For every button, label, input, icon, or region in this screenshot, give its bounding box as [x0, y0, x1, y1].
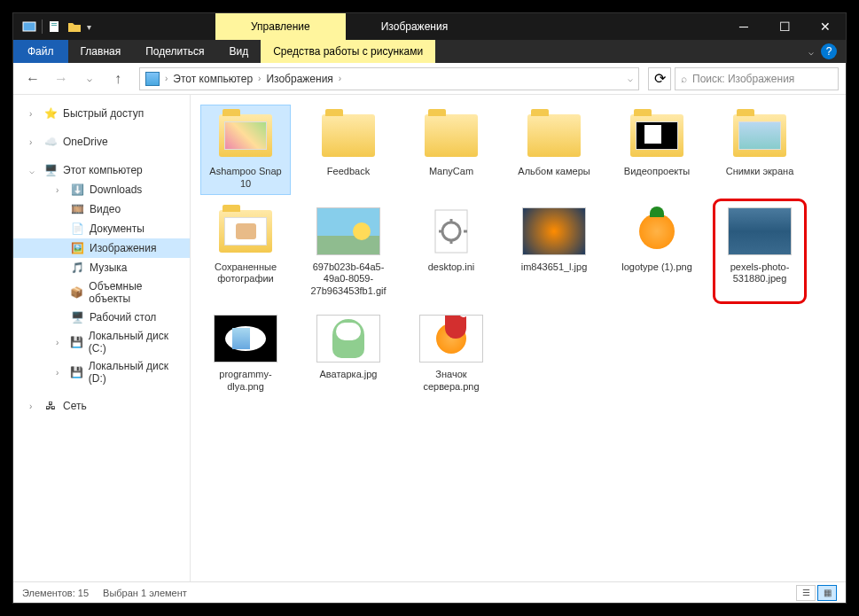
- status-count: Элементов: 15: [22, 588, 89, 598]
- history-dropdown[interactable]: ⌵: [77, 66, 102, 91]
- title-tab-pictures: Изображения: [346, 13, 483, 40]
- body: ›⭐Быстрый доступ ›☁️OneDrive ⌵🖥️Этот ком…: [13, 95, 846, 581]
- ribbon: Файл Главная Поделиться Вид Средства раб…: [13, 40, 846, 63]
- folder-icon[interactable]: [67, 19, 82, 34]
- item-label: Аватарка.jpg: [320, 369, 378, 381]
- tree-downloads[interactable]: ›⬇️Downloads: [13, 180, 190, 199]
- folder-video-projects[interactable]: Видеопроекты: [613, 105, 701, 194]
- tree-desktop[interactable]: 🖥️Рабочий стол: [13, 308, 190, 327]
- chevron-right-icon[interactable]: ›: [56, 185, 65, 195]
- search-input[interactable]: ⌕ Поиск: Изображения: [675, 67, 839, 90]
- titlebar: ▾ Управление Изображения ─ ☐ ✕: [13, 13, 846, 40]
- file-im-jpg[interactable]: im843651_l.jpg: [510, 201, 598, 301]
- folder-saved-photos[interactable]: Сохраненные фотографии: [201, 201, 290, 301]
- file-avatarka[interactable]: Аватарка.jpg: [304, 308, 393, 397]
- up-button[interactable]: ↑: [105, 66, 130, 91]
- image-thumb: [316, 312, 380, 365]
- ribbon-tab-picture-tools[interactable]: Средства работы с рисунками: [261, 40, 435, 63]
- chevron-right-icon[interactable]: ›: [258, 74, 261, 83]
- file-hash-gif[interactable]: 697b023b-64a5-49a0-8059-27b963453fb1.gif: [304, 201, 393, 301]
- statusbar: Элементов: 15 Выбран 1 элемент ☰ ▦: [13, 581, 846, 603]
- folder-camera-album[interactable]: Альбом камеры: [510, 105, 598, 194]
- tree-label: Downloads: [90, 183, 142, 196]
- tree-label: Этот компьютер: [63, 164, 143, 176]
- chevron-right-icon[interactable]: ›: [56, 338, 65, 347]
- tree-label: Локальный диск (D:): [89, 360, 184, 385]
- close-button[interactable]: ✕: [805, 13, 846, 40]
- refresh-button[interactable]: ⟳: [648, 67, 671, 90]
- chevron-right-icon[interactable]: ›: [56, 368, 65, 378]
- chevron-right-icon[interactable]: ›: [165, 74, 168, 83]
- maximize-button[interactable]: ☐: [764, 13, 805, 40]
- chevron-right-icon[interactable]: ›: [29, 402, 38, 411]
- tree-network[interactable]: ›🖧Сеть: [13, 396, 190, 416]
- file-pexels[interactable]: pexels-photo-531880.jpeg: [715, 201, 804, 301]
- qat-dropdown-icon[interactable]: ▾: [87, 22, 91, 32]
- tree-this-pc[interactable]: ⌵🖥️Этот компьютер: [13, 160, 190, 180]
- view-details-button[interactable]: ☰: [796, 585, 816, 601]
- file-server-icon[interactable]: Значок сервера.png: [407, 308, 496, 397]
- folder-ashampoo[interactable]: Ashampoo Snap 10: [201, 105, 290, 194]
- search-icon: ⌕: [681, 73, 687, 85]
- file-logotype[interactable]: logotype (1).png: [613, 201, 701, 301]
- breadcrumb[interactable]: › Этот компьютер › Изображения › ⌵: [139, 67, 639, 90]
- desktop-icon: 🖥️: [70, 310, 84, 324]
- image-thumb: [522, 205, 586, 258]
- folder-feedback[interactable]: Feedback: [304, 105, 393, 194]
- tree-disk-c[interactable]: ›💾Локальный диск (C:): [13, 327, 190, 357]
- explorer-window: ▾ Управление Изображения ─ ☐ ✕ Файл Глав…: [13, 13, 846, 603]
- navbar: ← → ⌵ ↑ › Этот компьютер › Изображения ›…: [13, 63, 846, 95]
- image-thumb: [419, 312, 483, 365]
- folder-screenshots[interactable]: Снимки экрана: [715, 105, 804, 194]
- tree-label: Локальный диск (C:): [89, 330, 184, 355]
- item-label: im843651_l.jpg: [521, 261, 588, 274]
- title-tab-manage[interactable]: Управление: [215, 13, 346, 40]
- item-label: Видеопроекты: [624, 166, 690, 178]
- tree-label: Быстрый доступ: [63, 107, 144, 120]
- star-icon: ⭐: [43, 106, 58, 121]
- ribbon-expand-icon[interactable]: ⌵: [808, 47, 814, 57]
- tree-documents[interactable]: 📄Документы: [13, 219, 190, 238]
- help-icon[interactable]: ?: [821, 43, 837, 59]
- music-icon: 🎵: [70, 261, 84, 275]
- tree-disk-d[interactable]: ›💾Локальный диск (D:): [13, 357, 190, 387]
- chevron-right-icon[interactable]: ›: [29, 137, 38, 147]
- tree-music[interactable]: 🎵Музыка: [13, 258, 190, 277]
- svg-rect-0: [23, 22, 35, 31]
- view-icons-button[interactable]: ▦: [817, 585, 837, 601]
- item-label: Ashampoo Snap 10: [205, 166, 286, 191]
- chevron-right-icon[interactable]: ›: [29, 109, 38, 119]
- file-programmy[interactable]: programmy-dlya.png: [201, 308, 290, 397]
- folder-thumb: [316, 109, 380, 162]
- svg-rect-2: [51, 23, 57, 24]
- item-label: programmy-dlya.png: [205, 369, 286, 394]
- ribbon-tab-view[interactable]: Вид: [216, 40, 261, 63]
- forward-button[interactable]: →: [49, 66, 74, 91]
- documents-icon: 📄: [70, 222, 84, 236]
- tree-pictures[interactable]: 🖼️Изображения: [13, 238, 190, 258]
- breadcrumb-folder[interactable]: Изображения: [266, 73, 332, 85]
- item-label: Сохраненные фотографии: [205, 261, 286, 286]
- ribbon-tab-home[interactable]: Главная: [68, 40, 134, 63]
- ribbon-tab-share[interactable]: Поделиться: [133, 40, 216, 63]
- nav-tree: ›⭐Быстрый доступ ›☁️OneDrive ⌵🖥️Этот ком…: [13, 95, 191, 581]
- tree-onedrive[interactable]: ›☁️OneDrive: [13, 132, 190, 152]
- ribbon-file[interactable]: Файл: [13, 40, 68, 63]
- item-label: logotype (1).png: [621, 261, 692, 274]
- chevron-right-icon[interactable]: ›: [339, 74, 341, 83]
- file-list[interactable]: Ashampoo Snap 10 Feedback ManyCam Альбом…: [191, 95, 846, 581]
- tree-3d-objects[interactable]: 📦Объемные объекты: [13, 277, 190, 308]
- pc-icon: 🖥️: [43, 163, 58, 177]
- properties-icon[interactable]: [48, 19, 62, 34]
- app-icon: [22, 19, 36, 34]
- breadcrumb-root[interactable]: Этот компьютер: [173, 73, 253, 85]
- window-controls: ─ ☐ ✕: [723, 13, 846, 40]
- back-button[interactable]: ←: [20, 66, 45, 91]
- minimize-button[interactable]: ─: [723, 13, 764, 40]
- chevron-down-icon[interactable]: ⌵: [29, 166, 38, 175]
- file-desktop-ini[interactable]: desktop.ini: [407, 201, 496, 301]
- tree-quick-access[interactable]: ›⭐Быстрый доступ: [13, 104, 190, 123]
- tree-video[interactable]: 🎞️Видео: [13, 199, 190, 219]
- folder-manycam[interactable]: ManyCam: [407, 105, 496, 194]
- breadcrumb-dropdown-icon[interactable]: ⌵: [628, 74, 633, 83]
